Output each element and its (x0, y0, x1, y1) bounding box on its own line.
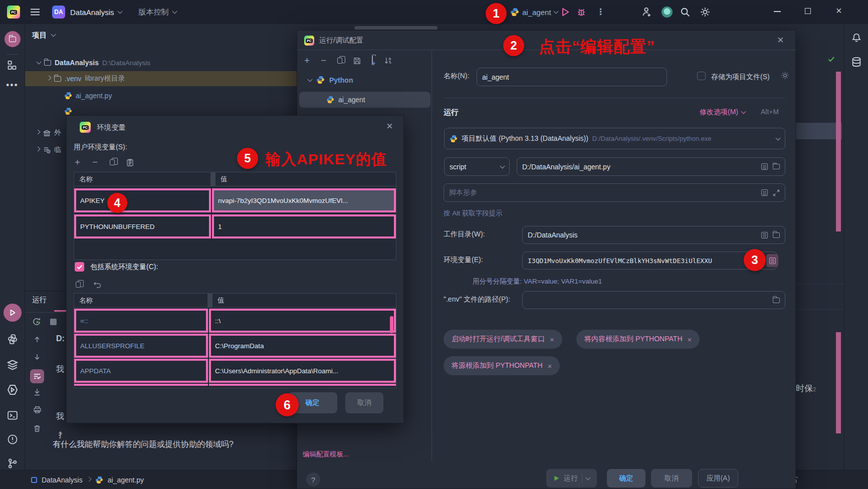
store-gear-icon[interactable] (780, 71, 790, 80)
inspection-ok-icon[interactable] (827, 55, 836, 63)
endpoints-tool-button[interactable] (7, 384, 19, 396)
console-down-button[interactable] (33, 352, 41, 361)
run-button[interactable] (560, 7, 570, 18)
notifications-bell-icon[interactable] (851, 31, 862, 43)
col-header-name[interactable]: 名称 (74, 296, 207, 305)
run-tool-button[interactable] (4, 304, 22, 322)
undo-icon[interactable] (94, 281, 102, 288)
col-header-name[interactable]: 名称 (74, 175, 210, 184)
remove-tag-icon[interactable]: × (550, 335, 554, 344)
project-selector[interactable]: DataAnalysis (70, 8, 122, 17)
print-button[interactable] (33, 405, 42, 414)
project-tool-button[interactable] (5, 31, 21, 47)
remove-tag-icon[interactable]: × (548, 362, 552, 370)
name-input[interactable]: ai_agent (477, 68, 667, 86)
config-tree-selected[interactable]: ai_agent (299, 92, 430, 108)
stop-button[interactable] (50, 319, 57, 325)
config-tree-group[interactable]: Python (308, 76, 353, 84)
run-config-selector[interactable]: ai_agent (522, 8, 551, 17)
dialog-ok-button[interactable]: 确定 (607, 469, 645, 487)
macros-icon[interactable] (761, 189, 768, 196)
macros-icon[interactable] (761, 163, 768, 170)
add-config-button[interactable]: + (304, 55, 310, 66)
tree-row-file2[interactable] (64, 107, 72, 115)
remove-tag-icon[interactable]: × (688, 335, 692, 344)
col-header-value[interactable]: 值 (215, 175, 396, 184)
run-tab[interactable]: 运行 (32, 295, 47, 305)
sort-configs-icon[interactable] (384, 57, 392, 65)
terminal-tool-button[interactable] (7, 410, 18, 421)
script-mode-select[interactable]: script (444, 157, 510, 176)
structure-tool-button[interactable] (7, 60, 17, 70)
env-cancel-button[interactable]: 取消 (345, 392, 383, 413)
remove-var-button[interactable]: − (92, 157, 98, 168)
env-vars-input[interactable]: I3QD1MvoUxKk0MvmozUfEVlMCzBlkYH3sNvWtDE3… (522, 252, 777, 270)
include-system-checkbox[interactable]: 包括系统环境变量(C): (75, 262, 158, 272)
dialog-run-button[interactable]: 运行 (546, 469, 597, 487)
git-tool-button[interactable] (7, 458, 18, 469)
project-avatar[interactable]: DA (52, 6, 65, 19)
browse-folder-icon[interactable] (773, 164, 780, 169)
database-tool-button[interactable] (851, 56, 862, 68)
store-as-file-checkbox[interactable] (697, 72, 706, 80)
env-row[interactable]: PYTHONUNBUFFERED 1 (74, 214, 396, 238)
new-folder-icon[interactable]: + (372, 56, 373, 65)
help-button[interactable]: ? (306, 472, 320, 486)
vcs-widget[interactable]: 版本控制 (139, 8, 176, 17)
chevron-right-icon[interactable] (47, 76, 52, 81)
tree-row-venv[interactable]: .venv library根目录 (25, 71, 297, 86)
main-menu-icon[interactable] (30, 8, 40, 16)
envfile-input[interactable] (522, 291, 785, 309)
console-up-button[interactable] (33, 335, 41, 344)
search-everywhere-icon[interactable] (680, 7, 691, 18)
window-close-button[interactable]: × (836, 5, 842, 17)
modify-options-link[interactable]: 修改选项(M) (700, 108, 745, 117)
option-tag[interactable]: 启动时打开运行/调试工具窗口× (444, 330, 562, 349)
error-stripe-mark[interactable] (836, 332, 841, 433)
project-panel-title[interactable]: 项目 (32, 31, 47, 40)
rerun-button[interactable] (32, 317, 41, 326)
breadcrumb-file[interactable]: ai_agent.py (108, 476, 144, 484)
workdir-input[interactable]: D:/DataAnalysis (522, 226, 785, 244)
soft-wrap-button[interactable] (30, 369, 44, 383)
more-actions-icon[interactable]: ⋮ (596, 7, 605, 17)
chevron-right-icon[interactable] (36, 130, 41, 135)
scroll-to-end-button[interactable] (33, 388, 41, 396)
macros-icon[interactable] (761, 232, 768, 238)
browse-folder-icon[interactable] (773, 232, 780, 238)
avatar[interactable] (662, 7, 673, 18)
copy-config-icon[interactable] (337, 58, 342, 64)
python-packages-tool-button[interactable] (7, 334, 18, 345)
copy-icon[interactable] (110, 159, 115, 165)
tree-row-file[interactable]: ai_agent.py (25, 89, 297, 102)
services-tool-button[interactable] (7, 359, 19, 371)
env-row[interactable]: =:: ::\ (74, 309, 396, 333)
problems-tool-button[interactable] (7, 434, 18, 445)
window-maximize-button[interactable] (805, 8, 811, 14)
breadcrumb-project[interactable]: DataAnalysis (42, 476, 83, 484)
copy-icon[interactable] (76, 282, 81, 288)
paste-icon[interactable] (127, 159, 133, 166)
settings-gear-icon[interactable] (700, 7, 711, 18)
code-with-me-icon[interactable] (641, 7, 653, 18)
add-var-button[interactable]: + (75, 157, 80, 168)
dialog-close-icon[interactable]: × (386, 120, 393, 133)
env-row[interactable]: ALLUSERSPROFILE C:\ProgramData (74, 334, 396, 358)
table-scrollbar-thumb[interactable] (390, 316, 393, 333)
scrollbar-thumb[interactable] (354, 26, 438, 30)
clear-console-button[interactable] (33, 424, 41, 433)
env-row[interactable]: APPDATA C:\Users\Administrator\AppData\R… (74, 359, 396, 383)
save-config-icon[interactable] (353, 57, 361, 65)
chevron-down-icon[interactable] (37, 60, 42, 65)
browse-folder-icon[interactable] (773, 298, 780, 303)
chevron-right-icon[interactable] (36, 147, 41, 152)
window-minimize-button[interactable] (774, 11, 781, 12)
edit-templates-link[interactable]: 编辑配置模板... (303, 450, 349, 459)
remove-config-button[interactable]: − (321, 55, 326, 66)
interpreter-select[interactable]: 项目默认值 (Python 3.13 (DataAnalysis)) D:/Da… (444, 128, 785, 149)
more-tools-icon[interactable]: ••• (6, 80, 19, 91)
col-header-value[interactable]: 值 (212, 296, 396, 305)
env-vars-browse-button[interactable] (766, 254, 778, 267)
tree-row-root[interactable]: DataAnalysis D:\DataAnalysis (25, 56, 297, 69)
script-path-input[interactable]: D:/DataAnalysis/ai_agent.py (517, 157, 785, 176)
